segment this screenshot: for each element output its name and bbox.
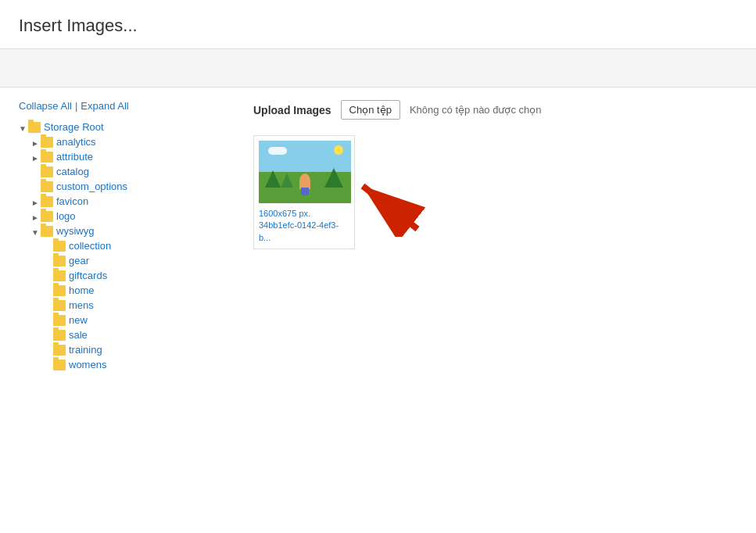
image-card[interactable]: 1600x675 px. 34bb1efc-0142-4ef3-b... [253,135,355,249]
folder-icon-custom-options [41,181,53,192]
sun-decoration [334,145,343,155]
tree-item-mens[interactable]: mens [19,298,222,313]
expand-arrow-attribute [31,153,39,161]
folder-icon-wysiwyg [41,226,53,237]
folder-icon-collection [53,241,66,252]
left-panel: Collapse All | Expand All Storage Root a… [19,100,222,372]
image-grid: 1600x675 px. 34bb1efc-0142-4ef3-b... [253,135,737,249]
image-filename: 34bb1efc-0142-4ef3-b... [259,220,349,244]
collapse-all-link[interactable]: Collapse All [19,100,72,112]
folder-icon-home [53,285,66,296]
expand-arrow-favicon [31,198,39,206]
folder-icon-training [53,345,66,356]
tree1-decoration [265,170,281,188]
tree-label-analytics[interactable]: analytics [56,136,96,148]
red-arrow-svg [347,174,425,237]
tree-label-logo[interactable]: logo [56,210,76,222]
tree-item-womens[interactable]: womens [19,357,222,372]
collapse-expand-bar: Collapse All | Expand All [19,100,222,112]
folder-icon-gear [53,256,66,266]
expand-arrow-logo [31,213,39,220]
folder-icon-logo [41,211,53,222]
tree-label-giftcards[interactable]: giftcards [69,270,107,281]
upload-label: Upload Images [253,104,331,116]
tree-label-womens[interactable]: womens [69,359,106,370]
separator: | [75,100,77,112]
right-panel: Upload Images Chọn tệp Không có tệp nào … [253,100,737,372]
tree-item-analytics[interactable]: analytics [19,134,222,149]
upload-section: Upload Images Chọn tệp Không có tệp nào … [253,100,737,120]
tree-label-attribute[interactable]: attribute [56,151,93,163]
tree-label-new[interactable]: new [69,314,88,326]
folder-icon-sale [53,330,66,341]
folder-icon-giftcards [53,270,66,281]
no-file-text: Không có tệp nào được chọn [410,104,542,116]
tree-label-mens[interactable]: mens [69,299,94,311]
tree-item-custom-options[interactable]: custom_options [19,179,222,194]
tree-label-catalog[interactable]: catalog [56,166,89,177]
folder-icon-attribute [41,152,53,163]
tree-label-training[interactable]: training [69,344,102,356]
expand-arrow-storage-root [19,123,27,131]
svg-line-1 [363,186,417,229]
tree-item-training[interactable]: training [19,342,222,357]
page-title: Insert Images... [0,0,756,48]
folder-icon-storage-root [28,122,41,133]
tree-item-catalog[interactable]: catalog [19,164,222,179]
image-thumbnail [259,141,351,203]
tree3-decoration [324,168,343,188]
folder-icon-womens [53,360,66,370]
expand-all-link[interactable]: Expand All [81,100,128,112]
tree2-decoration [281,173,293,188]
cloud-decoration [268,147,287,155]
tree-item-attribute[interactable]: attribute [19,149,222,164]
tree-view: Storage Root analytics attribute catalog [19,120,222,372]
tree-item-gear[interactable]: gear [19,253,222,268]
arrow-indicator [347,174,425,239]
folder-icon-analytics [41,137,53,148]
expand-arrow-analytics [31,138,39,146]
tree-label-storage-root[interactable]: Storage Root [44,121,104,133]
folder-icon-favicon [41,196,53,207]
expand-arrow-wysiwyg [31,227,39,235]
folder-icon-catalog [41,166,53,177]
tree-label-wysiwyg[interactable]: wysiwyg [56,225,94,237]
tree-item-storage-root[interactable]: Storage Root [19,120,222,134]
tree-item-home[interactable]: home [19,283,222,298]
toolbar-bar [0,48,756,88]
tree-item-new[interactable]: new [19,313,222,327]
choose-file-button[interactable]: Chọn tệp [341,100,400,120]
tree-item-collection[interactable]: collection [19,238,222,253]
tree-item-logo[interactable]: logo [19,209,222,224]
tree-label-collection[interactable]: collection [69,240,111,252]
tree-label-custom-options[interactable]: custom_options [56,181,127,192]
tree-item-sale[interactable]: sale [19,327,222,342]
tree-item-favicon[interactable]: favicon [19,194,222,209]
tree-item-wysiwyg[interactable]: wysiwyg [19,224,222,238]
tree-item-giftcards[interactable]: giftcards [19,268,222,283]
folder-icon-new [53,315,66,326]
tree-label-home[interactable]: home [69,284,95,296]
image-info: 1600x675 px. 34bb1efc-0142-4ef3-b... [259,208,349,244]
tree-label-favicon[interactable]: favicon [56,195,88,207]
folder-icon-mens [53,300,66,311]
image-dimensions: 1600x675 px. [259,208,349,220]
tree-label-sale[interactable]: sale [69,329,88,341]
main-content: Collapse All | Expand All Storage Root a… [0,88,756,385]
tree-label-gear[interactable]: gear [69,255,89,266]
character-decoration [299,173,310,189]
